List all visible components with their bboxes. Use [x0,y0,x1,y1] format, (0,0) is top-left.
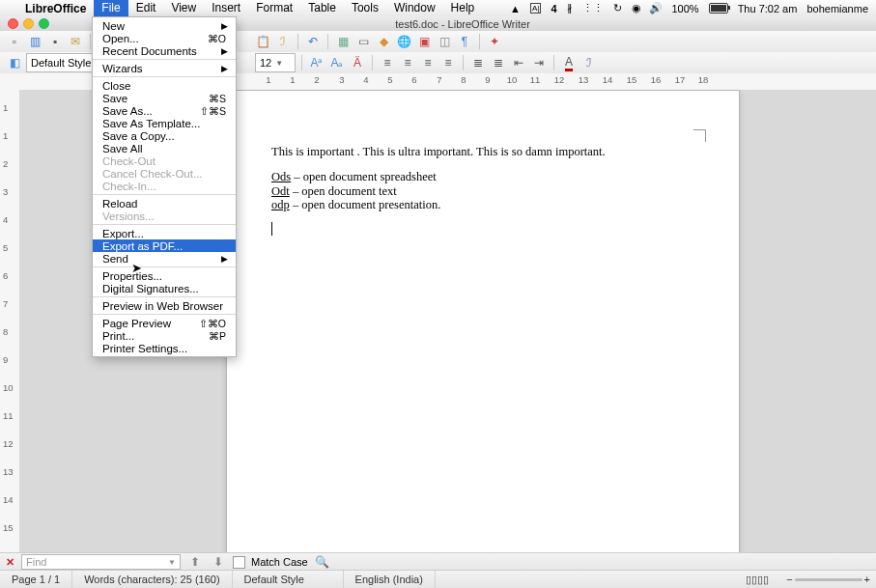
save-icon[interactable]: ▪ [46,33,64,50]
rect-icon[interactable]: ▭ [354,33,372,50]
nav-icon[interactable]: ◆ [375,33,392,50]
menu-item-export[interactable]: Export... [93,227,236,239]
menu-item-send[interactable]: Send▶ [93,252,236,265]
battery-text[interactable]: 100% [672,3,699,14]
font-size-combo[interactable]: 12 ▼ [255,53,296,72]
document-text[interactable]: This is important . This is ultra import… [271,145,681,236]
menu-item-export-as-pdf[interactable]: Export as PDF... [93,239,236,252]
menu-separator [93,266,236,267]
menu-item-digital-signatures[interactable]: Digital Signatures... [93,282,236,294]
charmap-icon[interactable]: Ä [349,54,366,71]
adobe-icon[interactable]: A| [530,3,541,14]
menu-item-printer-settings[interactable]: Printer Settings... [93,342,236,354]
user-name[interactable]: bohemianme [806,3,868,14]
find-prev-icon[interactable]: ⬆ [186,553,204,571]
time-machine-icon[interactable]: ↻ [613,2,622,14]
menu-file[interactable]: File [94,0,127,16]
menu-item-new[interactable]: New▶ [93,19,236,32]
zoom-out-icon[interactable]: − [786,574,792,585]
battery-icon[interactable] [709,3,728,14]
menu-item-label: Printer Settings... [102,343,187,354]
status-words[interactable]: Words (characters): 25 (160) [72,571,232,588]
find-all-icon[interactable]: 🔍 [314,553,331,571]
new-doc-icon[interactable]: ▫ [6,33,23,50]
menu-insert[interactable]: Insert [204,0,248,16]
hyperlink-icon[interactable]: 🌐 [395,33,412,50]
bullets-icon[interactable]: ≣ [490,54,507,71]
volume-icon[interactable]: 🔊 [649,2,663,14]
table-icon[interactable]: ▦ [334,33,352,50]
menu-item-recent-documents[interactable]: Recent Documents▶ [93,44,236,57]
indent-inc-icon[interactable]: ⇥ [530,54,548,71]
clock[interactable]: Thu 7:02 am [738,3,798,14]
paste-icon[interactable]: 📋 [254,33,271,50]
align-left-icon[interactable]: ≡ [379,54,396,71]
minimize-window-button[interactable] [23,18,34,29]
highlight-icon[interactable]: ℐ [580,54,598,71]
align-center-icon[interactable]: ≡ [399,54,416,71]
menu-item-save-as-template[interactable]: Save As Template... [93,117,236,129]
menu-item-wizards[interactable]: Wizards▶ [93,62,236,74]
menu-help[interactable]: Help [443,0,483,16]
numbering-icon[interactable]: ≣ [469,54,487,71]
menu-edit[interactable]: Edit [128,0,164,16]
datasource-icon[interactable]: ◫ [436,33,453,50]
superscript-icon[interactable]: Aᵃ [308,54,325,71]
page[interactable]: This is important . This is ultra import… [226,90,740,553]
open-icon[interactable]: ▥ [26,33,43,50]
menu-item-page-preview[interactable]: Page Preview⇧⌘O [93,317,236,329]
wifi-icon[interactable]: ⋮⋮ [582,2,604,14]
matchcase-checkbox[interactable] [233,556,245,569]
menu-tools[interactable]: Tools [344,0,386,16]
bang-icon[interactable]: 4 [551,3,556,14]
menu-format[interactable]: Format [248,0,300,16]
zoom-slider[interactable]: − + [780,574,876,585]
menu-item-save-as[interactable]: Save As...⇧⌘S [93,104,236,117]
font-color-icon[interactable]: A [560,54,578,71]
status-style[interactable]: Default Style [233,571,344,588]
menu-view[interactable]: View [163,0,204,16]
menu-item-reload[interactable]: Reload [93,197,236,210]
menu-item-close[interactable]: Close [93,79,236,92]
paragraph-style-combo[interactable]: Default Style [26,53,99,72]
gallery-icon[interactable]: ▣ [415,33,433,50]
email-icon[interactable]: ✉ [67,33,84,50]
zoom-window-button[interactable] [39,18,49,29]
vruler-number: 11 [3,410,14,421]
gdrive-icon[interactable]: ▲ [510,3,521,14]
close-window-button[interactable] [8,18,18,29]
find-next-icon[interactable]: ⬇ [210,553,227,571]
menu-item-save[interactable]: Save⌘S [93,92,236,104]
menu-item-properties[interactable]: Properties... [93,269,236,282]
menu-item-save-all[interactable]: Save All [93,142,236,154]
menu-item-save-a-copy[interactable]: Save a Copy... [93,129,236,142]
nonprint-icon[interactable]: ¶ [456,33,473,50]
app-name[interactable]: LibreOffice [17,2,94,15]
menu-item-print[interactable]: Print...⌘P [93,329,236,342]
bluetooth-icon[interactable]: ∦ [567,2,573,14]
view-mode-icons[interactable]: ▯▯▯▯ [734,571,780,588]
menu-window[interactable]: Window [386,0,443,16]
subscript-icon[interactable]: Aₐ [328,54,346,71]
undo-icon[interactable]: ↶ [304,33,322,50]
align-justify-icon[interactable]: ≡ [439,54,457,71]
status-page[interactable]: Page 1 / 1 [0,571,72,588]
styles-icon[interactable]: ◧ [6,54,23,71]
format-paint-icon[interactable]: ℐ [274,33,292,50]
indent-dec-icon[interactable]: ⇤ [510,54,527,71]
zoom-fit-icon[interactable]: ✦ [486,33,503,50]
ruler-number: 3 [339,74,344,85]
menu-item-open[interactable]: Open...⌘O [93,32,236,44]
align-right-icon[interactable]: ≡ [419,54,437,71]
menu-table[interactable]: Table [300,0,344,16]
find-input[interactable]: Find ▼ [21,554,181,570]
vertical-ruler[interactable]: 112345678910111213141516 [0,90,20,553]
wifi-signal-icon[interactable]: ◉ [632,2,639,14]
zoom-track[interactable] [795,578,862,581]
zoom-in-icon[interactable]: + [864,574,870,585]
close-findbar-button[interactable]: ✕ [4,556,15,569]
menu-item-preview-in-web-browser[interactable]: Preview in Web Browser [93,299,236,312]
ruler-number: 2 [314,74,319,85]
text-line-3: Odt – open document text [271,184,681,198]
status-lang[interactable]: English (India) [344,571,436,588]
